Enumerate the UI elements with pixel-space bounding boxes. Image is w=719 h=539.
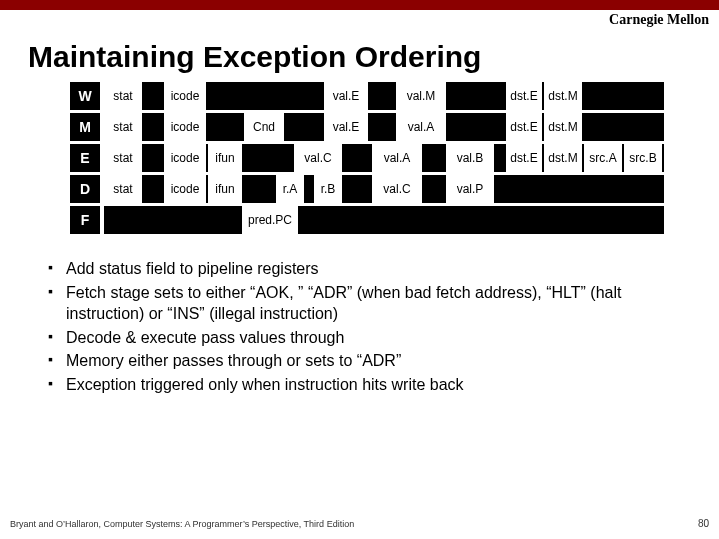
brand-bar: [0, 0, 719, 10]
field-cell: dst.E: [506, 82, 542, 110]
field-cell: dst.M: [544, 144, 582, 172]
row-D: D staticodeifunr.Ar.Bval.Cval.P: [70, 175, 719, 203]
bullet-item: Add status field to pipeline registers: [48, 258, 689, 280]
row-F: F pred.PC: [70, 206, 719, 234]
field-cell: src.A: [584, 144, 622, 172]
row-W: W staticodeval.Eval.Mdst.Edst.M: [70, 82, 719, 110]
field-cell: val.E: [324, 82, 368, 110]
bullet-item: Decode & execute pass values through: [48, 327, 689, 349]
bullet-item: Exception triggered only when instructio…: [48, 374, 689, 396]
stage-label: E: [70, 144, 100, 172]
page-number: 80: [698, 518, 709, 529]
field-cell: stat: [104, 113, 142, 141]
field-cell: ifun: [208, 175, 242, 203]
field-cell: icode: [164, 144, 206, 172]
field-cell: val.A: [372, 144, 422, 172]
field-cell: pred.PC: [242, 206, 298, 234]
field-cell: r.B: [314, 175, 342, 203]
bullet-list: Add status field to pipeline registers F…: [48, 258, 689, 396]
stage-label: D: [70, 175, 100, 203]
field-cell: stat: [104, 82, 142, 110]
slide-title: Maintaining Exception Ordering: [28, 40, 719, 74]
field-cell: r.A: [276, 175, 304, 203]
bullet-item: Fetch stage sets to either “AOK, ” “ADR”…: [48, 282, 689, 325]
field-cell: val.C: [372, 175, 422, 203]
field-cell: dst.E: [506, 113, 542, 141]
pipeline-table: W staticodeval.Eval.Mdst.Edst.M M static…: [70, 82, 719, 234]
stage-label: M: [70, 113, 100, 141]
field-cell: icode: [164, 175, 206, 203]
field-cell: val.M: [396, 82, 446, 110]
field-cell: Cnd: [244, 113, 284, 141]
field-cell: icode: [164, 82, 206, 110]
bullet-item: Memory either passes through or sets to …: [48, 350, 689, 372]
field-cell: val.B: [446, 144, 494, 172]
field-cell: stat: [104, 144, 142, 172]
field-cell: stat: [104, 175, 142, 203]
field-cell: src.B: [624, 144, 662, 172]
footer-text: Bryant and O’Hallaron, Computer Systems:…: [10, 519, 354, 529]
stage-label: F: [70, 206, 100, 234]
row-E: E staticodeifunval.Cval.Aval.Bdst.Edst.M…: [70, 144, 719, 172]
field-cell: val.E: [324, 113, 368, 141]
field-cell: val.A: [396, 113, 446, 141]
row-M: M staticodeCndval.Eval.Adst.Edst.M: [70, 113, 719, 141]
field-cell: icode: [164, 113, 206, 141]
university-name: Carnegie Mellon: [609, 12, 709, 28]
field-cell: dst.M: [544, 113, 582, 141]
field-cell: val.P: [446, 175, 494, 203]
field-cell: ifun: [208, 144, 242, 172]
field-cell: dst.E: [506, 144, 542, 172]
field-cell: val.C: [294, 144, 342, 172]
stage-label: W: [70, 82, 100, 110]
field-cell: dst.M: [544, 82, 582, 110]
